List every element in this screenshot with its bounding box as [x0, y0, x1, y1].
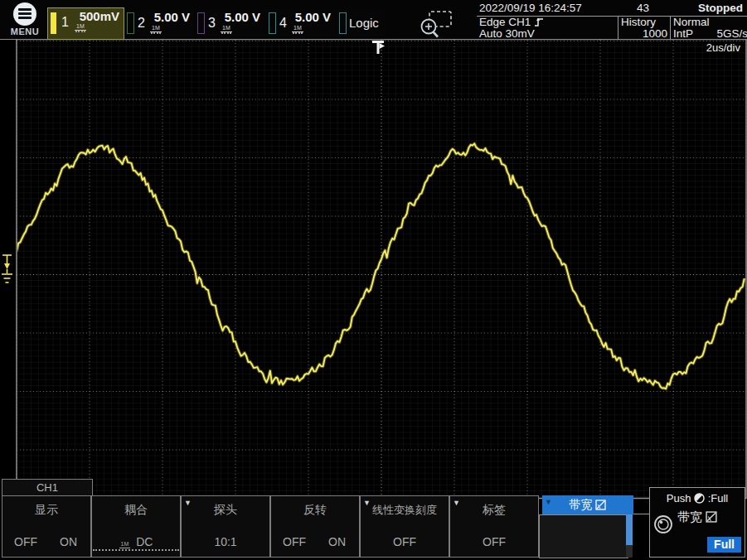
logic-color-bar: [339, 12, 347, 34]
channel-2-impedance-icon: 1M: [150, 25, 162, 32]
channel-3-impedance-icon: 1M: [221, 25, 232, 32]
rising-edge-trigger-icon: [534, 17, 545, 27]
display-label: 显示: [2, 503, 90, 518]
menu-item-coupling[interactable]: 耦合 1MDC: [91, 495, 181, 558]
invert-on-option[interactable]: ON: [328, 535, 346, 548]
channel-2-scale-value: 5.00 V: [154, 10, 190, 24]
waveform-display: [0, 0, 747, 560]
acquisition-mode-readout: Normal: [673, 17, 747, 28]
invert-off-option[interactable]: OFF: [283, 535, 306, 548]
bandwidth-list-scrollbar[interactable]: [626, 514, 633, 545]
channel-4-impedance-icon: 1M: [292, 25, 303, 32]
channel-3-scale-value: 5.00 V: [225, 10, 260, 24]
display-on-option[interactable]: ON: [60, 535, 77, 548]
coupling-label: 耦合: [92, 503, 180, 518]
ch1-ground-level-marker[interactable]: [2, 255, 12, 282]
menu-button-label: MENU: [7, 27, 43, 36]
menu-knob-connector-line: [633, 514, 649, 514]
bandwidth-list-scrollbar-track: [626, 545, 633, 558]
menu-item-probe[interactable]: ▼ 探头 10:1: [181, 495, 270, 558]
coupling-impedance-icon: 1M: [119, 541, 131, 548]
label-value: OFF: [450, 535, 538, 548]
top-status-bar: MENU 1 1M 500mV 2 1M 5.00 V 3 1M 5.00 V …: [0, 0, 747, 40]
channel-4-scale-value: 5.00 V: [295, 10, 331, 24]
timebase-readout: 2us/div: [706, 41, 740, 54]
hamburger-menu-icon: [13, 2, 36, 26]
menu-button[interactable]: MENU: [7, 2, 43, 39]
trigger-type-readout: Edge CH1: [479, 16, 531, 28]
interpolation-readout: IntP: [673, 27, 693, 40]
bandwidth-filter-icon: [595, 500, 606, 510]
probe-label: 探头: [182, 503, 269, 518]
menu-item-bandwidth[interactable]: ▼ 带宽: [542, 495, 633, 514]
menu-item-display[interactable]: 显示 OFF ON: [2, 495, 91, 558]
linear-scale-label: 线性变换刻度: [361, 503, 449, 518]
run-state-indicator: Stopped: [698, 2, 743, 14]
channel-4-number: 4: [279, 16, 287, 31]
linear-scale-value: OFF: [361, 535, 449, 548]
push-label: Push: [667, 492, 691, 504]
rotary-knob-icon[interactable]: [653, 514, 673, 534]
channel-2-indicator[interactable]: 2 1M 5.00 V: [124, 9, 194, 36]
menu-item-linear-scale[interactable]: ▼ 线性变换刻度 OFF: [360, 495, 449, 558]
push-knob-icon: [694, 493, 705, 504]
knob-filter-icon: [706, 511, 717, 523]
trigger-mode-readout: Auto 30mV: [479, 28, 617, 40]
display-off-option[interactable]: OFF: [14, 535, 37, 548]
datetime-readout: 2022/09/19 16:24:57: [479, 2, 582, 14]
acquisition-info-panel: 2022/09/19 16:24:57 43 Stopped Edge CH1 …: [477, 0, 747, 39]
invert-label: 反转: [271, 503, 359, 518]
probe-value: 10:1: [182, 535, 269, 548]
channel-2-number: 2: [138, 16, 145, 31]
channel-1-impedance-icon: 1M: [75, 23, 86, 31]
graticule-grid: [17, 40, 746, 498]
channel-1-color-bar: [51, 12, 56, 34]
channel-1-scale-value: 500mV: [80, 9, 119, 23]
logic-channel-indicator[interactable]: Logic: [337, 9, 385, 36]
menu-tab-ch1[interactable]: CH1: [2, 479, 93, 496]
acquisition-count: 43: [637, 2, 649, 14]
channel-2-color-bar: [127, 12, 134, 34]
bandwidth-option-list[interactable]: [539, 514, 628, 558]
label-label: 标签: [450, 503, 538, 518]
history-count: 1000: [621, 28, 671, 40]
logic-label: Logic: [349, 16, 379, 30]
channel-3-number: 3: [208, 16, 216, 31]
coupling-value: DC: [136, 535, 153, 548]
menu-item-label[interactable]: ▼ 标签 OFF: [449, 495, 539, 558]
channel-1-indicator[interactable]: 1 1M 500mV: [47, 7, 124, 40]
sample-rate-readout: 5GS/s: [716, 28, 747, 40]
channel-4-color-bar: [269, 12, 276, 34]
oscilloscope-screen: 2us/div MENU 1 1M 500mV 2 1M 5.00 V 3 1M…: [0, 0, 747, 560]
bandwidth-current-value[interactable]: Full: [707, 537, 741, 553]
bandwidth-label: 带宽: [570, 498, 593, 511]
channel-3-color-bar: [197, 12, 205, 34]
knob-assignment-panel: Push :Full 带宽 Full: [649, 487, 745, 558]
history-label: History: [621, 17, 671, 28]
knob-param-label: 带宽: [677, 509, 702, 524]
channel-3-indicator[interactable]: 3 1M 5.00 V: [195, 9, 264, 36]
zoom-magnifier-icon: [419, 11, 454, 39]
menu-item-invert[interactable]: 反转 OFF ON: [270, 495, 360, 558]
channel-1-number: 1: [61, 15, 69, 30]
zoom-search-tool[interactable]: [419, 11, 454, 39]
push-value: :Full: [708, 492, 729, 504]
channel-4-indicator[interactable]: 4 1M 5.00 V: [266, 9, 335, 36]
